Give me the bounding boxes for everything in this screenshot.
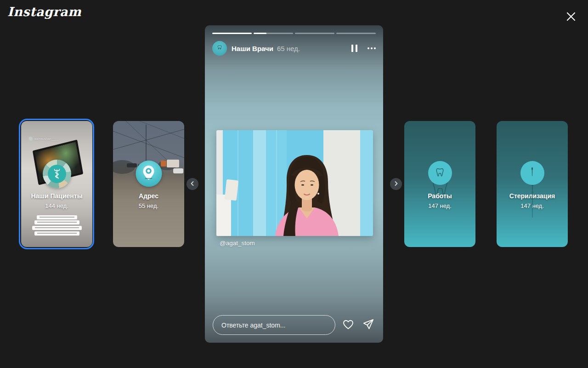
doctor-photo-graphic [216, 130, 373, 236]
story-age: 144 нед. [21, 202, 92, 209]
pause-icon [351, 45, 353, 52]
pause-button[interactable] [350, 43, 359, 54]
three-dots-icon [368, 47, 369, 49]
story-age: 65 нед. [277, 45, 300, 52]
progress-segment-pending [336, 33, 376, 34]
text-snippet-graphic [34, 220, 79, 224]
progress-segment-active [254, 33, 293, 34]
progress-fill [254, 33, 266, 34]
story-header: Наши Врачи 65 нед. [212, 40, 377, 56]
story-card-sterilizaciya[interactable]: Стерилизация 147 нед. [497, 121, 568, 247]
share-button[interactable] [362, 318, 375, 332]
text-snippet-graphic [32, 226, 82, 230]
story-photo [216, 130, 373, 236]
dental-probe-icon [526, 166, 538, 180]
chevron-right-icon [393, 181, 399, 188]
chevron-left-icon [190, 181, 195, 188]
patients-highlight-avatar [43, 160, 71, 188]
tooth-icon [434, 166, 446, 180]
story-card-raboty[interactable]: Работы 147 нед. [404, 121, 475, 247]
close-button[interactable] [564, 10, 578, 24]
story-title: Адрес [113, 192, 184, 200]
story-watermark: karnaushan____ [28, 137, 58, 141]
progress-segment-pending [295, 33, 334, 34]
sterilization-highlight-avatar [520, 161, 544, 185]
text-snippet-graphic [37, 215, 77, 219]
stories-viewer-page: Instagram karnaushan____ Наши Пациенты 1… [0, 0, 588, 368]
watermark-text: karnaushan____ [34, 137, 58, 140]
text-snippet-graphic [34, 231, 79, 236]
more-options-button[interactable] [367, 45, 377, 52]
story-title[interactable]: Наши Врачи [232, 45, 273, 52]
instagram-logo[interactable]: Instagram [7, 5, 81, 19]
previous-story-button[interactable] [187, 178, 198, 190]
paper-plane-icon [362, 318, 374, 332]
next-story-button[interactable] [390, 178, 402, 190]
like-button[interactable] [342, 318, 356, 332]
story-age: 55 нед. [113, 202, 184, 209]
caduceus-icon [48, 165, 66, 183]
works-highlight-avatar [428, 161, 452, 185]
close-icon [565, 17, 577, 23]
address-highlight-avatar [136, 161, 162, 187]
active-story-card: Наши Врачи 65 нед. [205, 25, 383, 343]
reply-bar [213, 315, 375, 335]
story-progress-bar [212, 33, 376, 34]
reply-input[interactable] [213, 315, 335, 335]
highlight-avatar[interactable] [212, 41, 227, 56]
dental-tool-icon [216, 44, 223, 52]
story-title: Наши Пациенты [21, 192, 92, 200]
story-card-adres[interactable]: Адрес 55 нед. [113, 121, 184, 247]
story-card-nashi-pacienty[interactable]: karnaushan____ Наши Пациенты 144 нед. [21, 121, 92, 247]
location-pin-icon [142, 165, 156, 183]
progress-segment-done [212, 33, 252, 34]
heart-icon [342, 318, 354, 332]
watermark-avatar [28, 137, 33, 141]
mention-tag[interactable]: @agat_stom [220, 240, 255, 247]
